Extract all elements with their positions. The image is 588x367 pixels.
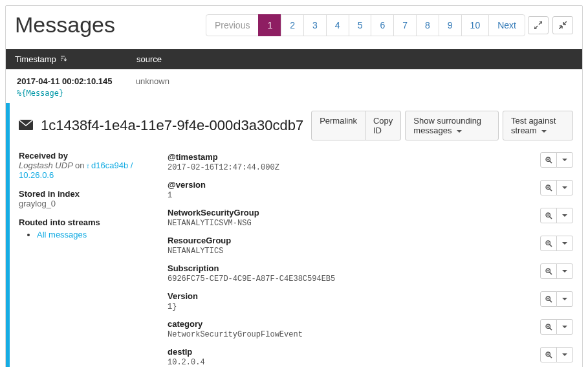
chevron-down-icon: [562, 242, 567, 245]
field-dropdown-button[interactable]: [556, 319, 573, 335]
chevron-down-icon: [562, 214, 567, 217]
svg-line-2: [549, 161, 551, 162]
surrounding-messages-button[interactable]: Show surrounding messages: [405, 111, 499, 140]
message-id: 1c1438f4-1e4a-11e7-9f4e-000d3a30cdb7: [41, 117, 303, 134]
field-dropdown-button[interactable]: [556, 236, 573, 251]
field-dropdown-button[interactable]: [556, 291, 573, 307]
chevron-down-icon: [457, 130, 462, 133]
chevron-down-icon: [562, 270, 567, 272]
chevron-down-icon: [562, 326, 567, 328]
collapse-icon[interactable]: [552, 16, 573, 34]
field-name: Subscription: [168, 263, 535, 273]
chevron-down-icon: [541, 130, 547, 133]
copy-id-button[interactable]: Copy ID: [365, 111, 401, 140]
svg-line-18: [549, 272, 551, 274]
message-detail: 1c1438f4-1e4a-11e7-9f4e-000d3a30cdb7 Per…: [6, 103, 582, 367]
field-search-button[interactable]: [540, 236, 557, 251]
field-dropdown-button[interactable]: [556, 208, 573, 223]
svg-line-30: [549, 355, 551, 357]
field-value: NetworkSecurityGroupFlowEvent: [168, 330, 535, 339]
row-source: unknown: [136, 76, 169, 86]
field-value: NETANALYTICS: [168, 247, 535, 256]
field-search-button[interactable]: [540, 347, 557, 362]
field-dropdown-button[interactable]: [556, 263, 573, 279]
field-value: 2017-02-16T12:47:44.000Z: [168, 163, 535, 172]
row-timestamp: 2017-04-11 00:02:10.145: [17, 76, 133, 86]
svg-line-6: [549, 188, 551, 190]
field-row: Subscription6926FC75-CE7D-4C9E-A87F-C4E3…: [168, 262, 573, 290]
column-timestamp[interactable]: Timestamp: [15, 54, 136, 64]
svg-line-26: [549, 328, 551, 329]
stored-in-index-value: graylog_0: [19, 199, 155, 208]
pagination: Previous 1 2 3 4 5 6 7 8 9 10 Next: [206, 14, 525, 36]
field-row: Version1}: [168, 290, 573, 318]
surrounding-messages-label: Show surrounding messages: [413, 116, 481, 135]
stored-in-index-label: Stored in index: [19, 189, 155, 199]
page-1[interactable]: 1: [258, 14, 281, 36]
page-10[interactable]: 10: [461, 14, 490, 36]
page-7[interactable]: 7: [393, 14, 417, 36]
routed-streams-label: Routed into streams: [19, 217, 155, 227]
page-title: Messages: [15, 12, 115, 38]
expand-icon[interactable]: [528, 16, 549, 34]
field-name: @version: [168, 180, 535, 190]
received-by-label: Received by: [19, 151, 155, 161]
field-row: destIp10.2.0.4: [168, 346, 573, 367]
table-header: Timestamp source: [6, 49, 582, 69]
field-value: NETANALYTICSVM-NSG: [168, 219, 535, 228]
fields-list: @timestamp2017-02-16T12:47:44.000Z@versi…: [168, 151, 573, 367]
field-value: 1}: [168, 302, 535, 311]
message-row[interactable]: 2017-04-11 00:02:10.145 unknown %{Messag…: [6, 69, 582, 103]
field-row: NetworkSecurityGroupNETANALYTICSVM-NSG: [168, 206, 573, 234]
field-row: @version1: [168, 179, 573, 206]
received-input: Logstash UDP: [19, 161, 72, 170]
page-2[interactable]: 2: [281, 14, 304, 36]
field-search-button[interactable]: [540, 291, 557, 307]
page-9[interactable]: 9: [439, 14, 462, 36]
field-dropdown-button[interactable]: [556, 347, 573, 362]
field-search-button[interactable]: [540, 180, 557, 195]
page-previous[interactable]: Previous: [206, 14, 259, 36]
field-name: category: [168, 319, 535, 329]
column-timestamp-label: Timestamp: [15, 54, 56, 64]
permalink-button[interactable]: Permalink: [311, 111, 365, 140]
page-next[interactable]: Next: [488, 14, 525, 36]
test-against-stream-button[interactable]: Test against stream: [503, 111, 573, 140]
stream-link-all-messages[interactable]: All messages: [37, 230, 87, 239]
field-row: @timestamp2017-02-16T12:47:44.000Z: [168, 151, 573, 179]
row-message-placeholder: %{Message}: [17, 89, 573, 98]
svg-line-10: [549, 216, 551, 218]
field-name: ResourceGroup: [168, 236, 535, 245]
chevron-down-icon: [562, 186, 567, 189]
svg-line-14: [549, 244, 551, 246]
envelope-icon: [19, 118, 33, 133]
page-6[interactable]: 6: [371, 14, 394, 36]
page-3[interactable]: 3: [303, 14, 327, 36]
anchor-icon: [87, 161, 91, 170]
chevron-down-icon: [562, 298, 567, 300]
field-dropdown-button[interactable]: [556, 180, 573, 195]
field-value: 10.2.0.4: [168, 358, 535, 367]
field-search-button[interactable]: [540, 319, 557, 335]
test-against-stream-label: Test against stream: [511, 116, 556, 135]
field-search-button[interactable]: [540, 208, 557, 223]
field-dropdown-button[interactable]: [556, 152, 573, 168]
svg-line-22: [549, 300, 551, 302]
chevron-down-icon: [562, 159, 567, 161]
chevron-down-icon: [562, 353, 567, 356]
field-search-button[interactable]: [540, 263, 557, 279]
field-value: 6926FC75-CE7D-4C9E-A87F-C4E38C594EB5: [168, 274, 535, 284]
field-row: ResourceGroupNETANALYTICS: [168, 234, 573, 262]
field-row: categoryNetworkSecurityGroupFlowEvent: [168, 318, 573, 346]
field-name: @timestamp: [168, 152, 535, 162]
field-name: NetworkSecurityGroup: [168, 208, 535, 217]
received-on: on: [75, 161, 84, 170]
field-value: 1: [168, 191, 535, 200]
column-source[interactable]: source: [136, 54, 573, 64]
page-8[interactable]: 8: [416, 14, 439, 36]
field-name: Version: [168, 291, 535, 301]
field-search-button[interactable]: [540, 152, 557, 168]
page-5[interactable]: 5: [349, 14, 372, 36]
page-4[interactable]: 4: [326, 14, 349, 36]
sort-desc-icon: [60, 56, 67, 63]
